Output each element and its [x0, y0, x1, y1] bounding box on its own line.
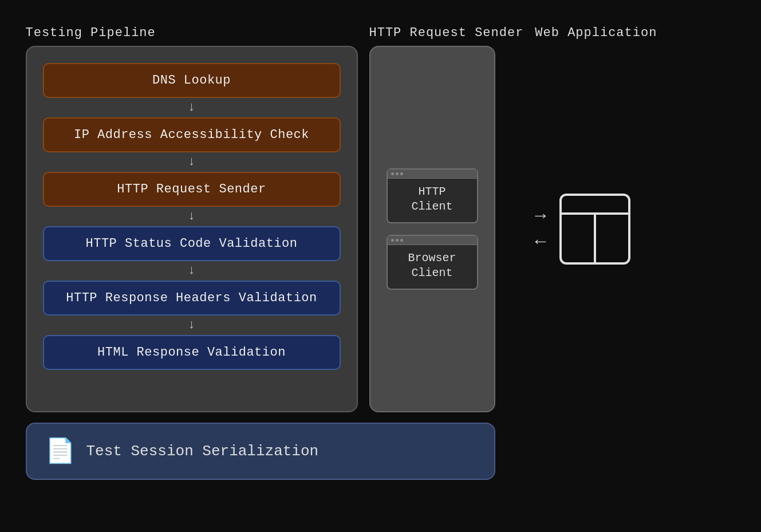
testing-pipeline-section: Testing Pipeline DNS Lookup ↓ IP Address…	[26, 26, 358, 412]
serialization-label: Test Session Serialization	[86, 443, 319, 460]
testing-pipeline-box: DNS Lookup ↓ IP Address Accessibility Ch…	[26, 46, 358, 412]
step-headers-validation: HTTP Response Headers Validation ↓	[43, 281, 341, 335]
arrow-5: ↓	[188, 319, 195, 332]
http-sender-box-pipeline: HTTP Request Sender	[43, 172, 341, 207]
document-icon: 📄	[45, 436, 75, 466]
http-client-header	[388, 170, 477, 179]
browser-client-header	[388, 236, 477, 245]
dot-6	[400, 239, 403, 242]
html-validation-box: HTML Response Validation	[43, 335, 341, 370]
arrow-4: ↓	[188, 265, 195, 277]
dot-4	[391, 239, 394, 242]
top-row: Testing Pipeline DNS Lookup ↓ IP Address…	[26, 26, 736, 412]
ip-check-box: IP Address Accessibility Check	[43, 117, 341, 152]
arrow-2: ↓	[188, 156, 195, 168]
browser-client-label: BrowserClient	[398, 251, 467, 281]
arrow-right-icon: →	[535, 206, 546, 227]
web-app-icon	[558, 192, 632, 266]
http-client-box: HTTPClient	[387, 168, 478, 223]
web-application-section: Web Application → ←	[535, 26, 657, 412]
dot-1	[391, 172, 394, 175]
step-html-validation: HTML Response Validation	[43, 335, 341, 370]
step-dns-lookup: DNS Lookup ↓	[43, 63, 341, 117]
arrow-1: ↓	[188, 101, 195, 114]
testing-pipeline-label: Testing Pipeline	[26, 26, 358, 40]
http-sender-section: HTTP Request Sender HTTPClient	[369, 26, 524, 412]
dns-lookup-box: DNS Lookup	[43, 63, 341, 98]
bidirectional-arrows: → ←	[535, 206, 546, 253]
web-app-area: → ←	[535, 46, 657, 412]
step-ip-check: IP Address Accessibility Check ↓	[43, 117, 341, 172]
http-sender-label: HTTP Request Sender	[369, 26, 524, 40]
arrow-3: ↓	[188, 210, 195, 223]
main-container: Testing Pipeline DNS Lookup ↓ IP Address…	[14, 14, 747, 518]
step-http-sender: HTTP Request Sender ↓	[43, 172, 341, 226]
http-client-label: HTTPClient	[398, 184, 467, 214]
dot-2	[396, 172, 399, 175]
status-validation-box: HTTP Status Code Validation	[43, 226, 341, 261]
browser-client-box: BrowserClient	[387, 235, 478, 290]
web-app-label: Web Application	[535, 26, 657, 40]
dot-3	[400, 172, 403, 175]
http-sender-panel: HTTPClient BrowserClient	[369, 46, 495, 412]
bottom-row: 📄 Test Session Serialization	[26, 423, 736, 480]
serialization-box: 📄 Test Session Serialization	[26, 423, 495, 480]
dot-5	[396, 239, 399, 242]
headers-validation-box: HTTP Response Headers Validation	[43, 281, 341, 316]
arrow-left-icon: ←	[535, 231, 546, 253]
step-status-validation: HTTP Status Code Validation ↓	[43, 226, 341, 281]
